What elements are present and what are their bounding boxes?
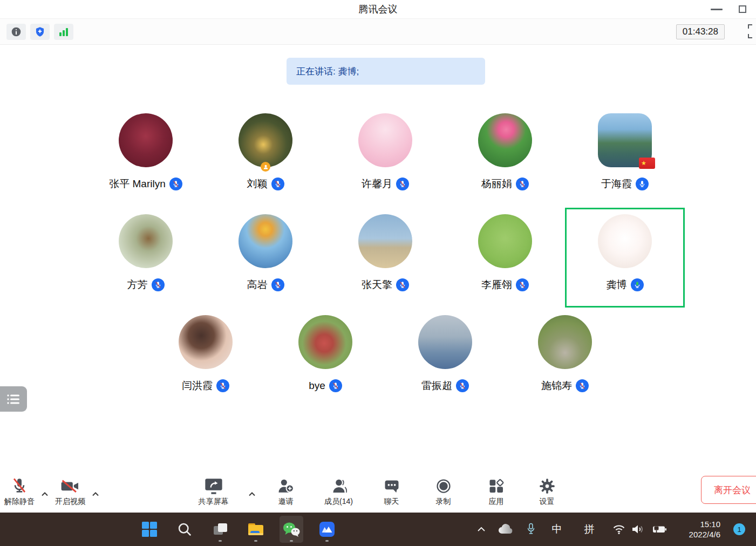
participant-name: 刘颖 xyxy=(247,177,268,191)
participant-name-row: 闫洪霞 xyxy=(182,379,229,393)
taskbar-wechat-button[interactable] xyxy=(280,516,303,543)
participant-name: 施锦寿 xyxy=(541,379,572,393)
avatar xyxy=(358,113,412,167)
invite-button[interactable]: 邀请 xyxy=(269,474,303,507)
participant-name-row: 杨丽娟 xyxy=(481,177,529,191)
tencent-meeting-icon xyxy=(319,521,335,537)
start-video-button[interactable]: 开启视频 xyxy=(55,474,85,507)
avatar xyxy=(478,214,532,268)
avatar: ★ xyxy=(598,113,652,167)
video-options-caret[interactable] xyxy=(92,489,99,499)
security-shield-icon xyxy=(35,26,45,37)
unmute-button[interactable]: 解除静音 xyxy=(4,474,35,507)
minimize-button[interactable] xyxy=(711,9,723,10)
participant-tile[interactable]: 刘颖 xyxy=(206,107,325,207)
chat-button[interactable]: 聊天 xyxy=(374,474,409,507)
settings-button[interactable]: 设置 xyxy=(530,474,564,507)
list-icon xyxy=(6,393,21,405)
share-screen-label: 共享屏幕 xyxy=(199,497,229,507)
tray-show-hidden-icons[interactable] xyxy=(473,513,490,546)
avatar xyxy=(239,113,292,167)
meeting-actions: 共享屏幕 邀请 xyxy=(192,474,564,507)
member-list-toggle[interactable] xyxy=(0,386,27,412)
participant-name-row: 刘颖 xyxy=(247,177,284,191)
participant-tile[interactable]: 杨丽娟 xyxy=(445,107,565,207)
participant-tile[interactable]: 龚博 xyxy=(565,208,685,308)
avatar xyxy=(119,113,173,167)
taskbar-clock[interactable]: 15:10 2022/4/6 xyxy=(689,513,720,546)
taskbar-search-button[interactable] xyxy=(173,516,196,543)
mic-muted-icon xyxy=(11,477,28,494)
participant-tile[interactable]: 张天擎 xyxy=(325,208,445,308)
invite-label: 邀请 xyxy=(278,497,294,507)
tray-onedrive[interactable] xyxy=(495,513,516,546)
tray-microphone-in-use[interactable] xyxy=(521,513,541,546)
tencent-meeting-window: 腾讯会议 01:4 xyxy=(0,0,756,546)
tray-battery-charging[interactable] xyxy=(649,513,669,546)
participant-tile[interactable]: 闫洪霞 xyxy=(146,309,265,408)
share-options-caret[interactable] xyxy=(248,489,256,499)
apps-grid-icon xyxy=(488,478,505,494)
avatar xyxy=(298,315,352,369)
start-video-label: 开启视频 xyxy=(55,497,85,507)
info-icon xyxy=(11,26,22,37)
participant-name: 李雁翎 xyxy=(481,278,512,292)
mic-muted-icon xyxy=(216,379,229,392)
chat-icon xyxy=(384,478,400,494)
participant-tile[interactable]: 雷振超 xyxy=(385,309,505,408)
meeting-info-button[interactable] xyxy=(6,24,26,40)
maximize-button[interactable] xyxy=(739,5,746,13)
taskbar-file-explorer-button[interactable] xyxy=(244,516,268,543)
tray-ime-mode[interactable]: 拼 xyxy=(580,513,599,546)
participant-name-row: 高岩 xyxy=(247,278,284,292)
members-button[interactable]: 成员(14) xyxy=(316,474,362,507)
participant-name-row: 于海霞 xyxy=(601,177,649,191)
participant-name-row: 龚博 xyxy=(607,278,644,292)
network-quality-button[interactable] xyxy=(54,24,73,40)
share-screen-button[interactable]: 共享屏幕 xyxy=(192,474,235,507)
invite-person-icon xyxy=(277,478,295,494)
participant-name-row: 张平 Marilyn xyxy=(109,177,182,191)
unmute-label: 解除静音 xyxy=(4,497,35,507)
mic-muted-icon xyxy=(396,278,409,291)
taskbar-tencent-meeting-button[interactable] xyxy=(315,516,339,543)
tray-volume[interactable] xyxy=(629,513,648,546)
participant-tile[interactable]: 许馨月 xyxy=(325,107,445,207)
mic-muted-icon xyxy=(396,178,409,190)
taskbar-start-button[interactable] xyxy=(138,516,161,543)
audio-options-caret[interactable] xyxy=(41,489,49,499)
mic-muted-icon xyxy=(271,178,284,190)
participant-tile[interactable]: 高岩 xyxy=(206,208,325,308)
apps-button[interactable]: 应用 xyxy=(479,474,514,507)
apps-label: 应用 xyxy=(489,497,504,507)
gear-icon xyxy=(539,478,555,494)
leave-meeting-button[interactable]: 离开会议 xyxy=(701,476,756,504)
participant-tile[interactable]: 方芳 xyxy=(86,208,206,308)
tray-ime-language[interactable]: 中 xyxy=(547,513,567,546)
notification-count-badge[interactable]: 1 xyxy=(733,523,745,535)
task-view-icon xyxy=(212,521,228,537)
china-flag-icon: ★ xyxy=(639,158,655,169)
participant-tile[interactable]: 李雁翎 xyxy=(445,208,565,308)
members-label: 成员(14) xyxy=(324,497,353,507)
tray-wifi[interactable] xyxy=(610,513,628,546)
participant-tile[interactable]: 施锦寿 xyxy=(505,309,625,408)
fullscreen-icon[interactable] xyxy=(748,24,756,38)
meeting-security-button[interactable] xyxy=(30,24,50,40)
meeting-toolbar: 01:43:28 xyxy=(0,19,756,45)
participant-name-row: 李雁翎 xyxy=(481,278,529,292)
share-screen-icon xyxy=(205,478,223,494)
avatar xyxy=(358,214,412,268)
host-badge-icon xyxy=(261,162,270,172)
mic-muted-icon xyxy=(456,379,469,392)
speaking-banner: 正在讲话: 龚博; xyxy=(287,58,485,85)
taskbar-task-view-button[interactable] xyxy=(208,516,232,543)
chat-label: 聊天 xyxy=(384,497,399,507)
participant-tile[interactable]: 张平 Marilyn xyxy=(86,107,206,207)
participant-tile[interactable]: ★ 于海霞 xyxy=(565,107,685,207)
record-button[interactable]: 录制 xyxy=(426,474,461,507)
participant-tile[interactable]: bye xyxy=(265,309,385,408)
avatar xyxy=(478,113,532,167)
participant-name: 方芳 xyxy=(127,278,148,292)
record-icon xyxy=(435,478,452,494)
